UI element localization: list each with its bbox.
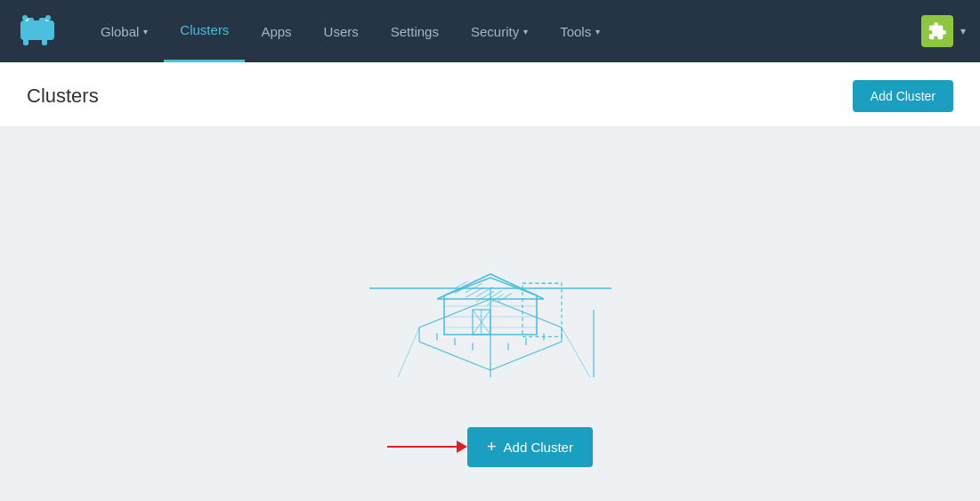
svg-line-13 bbox=[490, 342, 562, 370]
nav-settings-label: Settings bbox=[391, 24, 439, 39]
main-nav: Global ▾ Clusters Apps Users Settings Se… bbox=[0, 0, 980, 62]
svg-line-15 bbox=[490, 299, 562, 327]
arrow-indicator bbox=[387, 438, 467, 456]
nav-clusters-label: Clusters bbox=[180, 22, 229, 37]
nav-item-settings[interactable]: Settings bbox=[375, 0, 455, 62]
nav-item-security[interactable]: Security ▾ bbox=[455, 0, 544, 62]
nav-tools-label: Tools bbox=[560, 24, 591, 39]
svg-line-28 bbox=[476, 291, 494, 302]
svg-line-46 bbox=[562, 327, 590, 377]
svg-line-30 bbox=[498, 293, 512, 302]
add-cluster-center-label: Add Cluster bbox=[504, 440, 573, 455]
page-title: Clusters bbox=[27, 85, 99, 108]
center-action-area: + Add Cluster bbox=[387, 427, 593, 467]
svg-point-8 bbox=[45, 15, 51, 20]
chevron-down-icon: ▾ bbox=[523, 27, 528, 36]
nav-global-label: Global bbox=[101, 24, 139, 39]
farm-illustration bbox=[312, 169, 668, 400]
nav-item-global[interactable]: Global ▾ bbox=[85, 0, 164, 62]
puzzle-icon bbox=[927, 21, 947, 41]
nav-right: ▾ bbox=[921, 15, 980, 47]
chevron-down-icon: ▾ bbox=[595, 27, 600, 36]
nav-item-tools[interactable]: Tools ▾ bbox=[544, 0, 616, 62]
add-cluster-center-button[interactable]: + Add Cluster bbox=[467, 427, 593, 467]
chevron-down-icon: ▾ bbox=[143, 27, 148, 36]
nav-item-apps[interactable]: Apps bbox=[245, 0, 307, 62]
plugin-icon[interactable] bbox=[921, 15, 953, 47]
nav-item-clusters[interactable]: Clusters bbox=[164, 0, 245, 62]
logo[interactable] bbox=[0, 0, 85, 62]
svg-line-14 bbox=[419, 299, 490, 327]
page-header: Clusters Add Cluster bbox=[0, 62, 980, 127]
nav-apps-label: Apps bbox=[261, 24, 291, 39]
logo-icon bbox=[16, 13, 69, 49]
cluster-illustration bbox=[312, 169, 668, 400]
nav-user-chevron[interactable]: ▾ bbox=[957, 21, 969, 41]
svg-line-12 bbox=[419, 342, 490, 370]
arrow-head bbox=[457, 440, 467, 453]
nav-users-label: Users bbox=[324, 24, 359, 39]
svg-rect-6 bbox=[42, 38, 47, 45]
nav-security-label: Security bbox=[471, 24, 519, 39]
add-cluster-button[interactable]: Add Cluster bbox=[853, 80, 953, 112]
svg-line-45 bbox=[398, 327, 419, 377]
svg-line-27 bbox=[466, 287, 483, 297]
nav-links: Global ▾ Clusters Apps Users Settings Se… bbox=[85, 0, 921, 62]
arrow-line bbox=[387, 446, 457, 448]
nav-item-users[interactable]: Users bbox=[308, 0, 375, 62]
plus-icon: + bbox=[487, 438, 497, 457]
main-content: + Add Cluster bbox=[0, 127, 980, 501]
svg-point-7 bbox=[22, 15, 28, 20]
svg-rect-5 bbox=[23, 38, 28, 45]
